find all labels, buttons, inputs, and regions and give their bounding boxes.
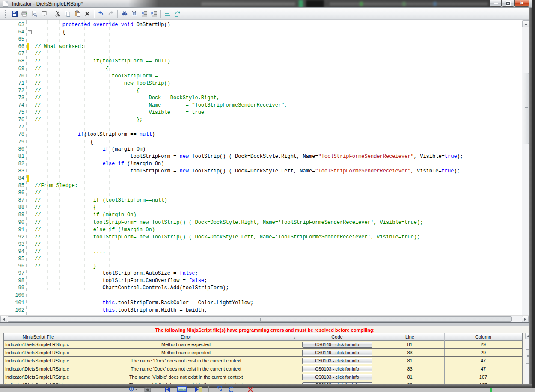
zoom-dropdown-icon[interactable] bbox=[128, 386, 138, 392]
error-row[interactable]: Indicator\DietsSimpleLRStrip.cMethod nam… bbox=[4, 341, 522, 349]
code-line[interactable]: 87// if (toolStripForm==null) bbox=[0, 197, 522, 204]
code-line[interactable]: 73// Dock = DockStyle.Right, bbox=[0, 95, 522, 102]
code-line[interactable]: 98 toolStripForm.CanOverflow = false; bbox=[0, 277, 522, 285]
refresh-back-icon[interactable] bbox=[215, 386, 222, 392]
code-line[interactable]: 81 toolStripForm = new ToolStrip() ( Doc… bbox=[0, 153, 522, 160]
error-row[interactable]: Indicator\DietsSimpleLRStrip.cMethod nam… bbox=[4, 349, 522, 357]
reload-icon[interactable] bbox=[228, 386, 235, 392]
code-line[interactable]: 90// toolStripForm= new ToolStrip() ( Do… bbox=[0, 219, 522, 226]
scroll-right-button[interactable] bbox=[522, 316, 529, 322]
column-header-error[interactable]: Error bbox=[73, 333, 299, 341]
error-code-button[interactable]: CS0103 - click for info bbox=[302, 358, 372, 364]
code-line[interactable]: 79 { bbox=[0, 139, 522, 146]
page-setup-button[interactable] bbox=[39, 9, 49, 18]
editor-vertical-scrollbar[interactable] bbox=[522, 20, 529, 322]
toolbar-grip[interactable] bbox=[5, 10, 6, 18]
find-button[interactable] bbox=[119, 9, 129, 18]
remove-icon[interactable] bbox=[247, 386, 254, 392]
copy-button[interactable] bbox=[62, 9, 72, 18]
indent-button[interactable] bbox=[149, 9, 159, 18]
code-line[interactable]: 84 bbox=[0, 175, 522, 182]
code-line[interactable]: 65 bbox=[0, 36, 522, 43]
panel-splitter[interactable] bbox=[0, 322, 529, 326]
column-header-code[interactable]: Code bbox=[299, 333, 375, 341]
outdent-button[interactable] bbox=[139, 9, 149, 18]
save-button[interactable] bbox=[9, 9, 19, 18]
code-line[interactable]: 86// bbox=[0, 190, 522, 197]
code-line[interactable]: 89// if (margin_On) bbox=[0, 211, 522, 219]
code-text: else if (!margin_On) bbox=[35, 160, 164, 168]
column-header-line[interactable]: Line bbox=[375, 333, 445, 341]
code-line[interactable]: 66// What worksed: bbox=[0, 43, 522, 50]
error-code-button[interactable]: CS0149 - click for info bbox=[302, 350, 372, 356]
code-line[interactable]: 95// bbox=[0, 255, 522, 263]
close-button[interactable]: ✕ bbox=[514, 0, 529, 7]
paste-button[interactable] bbox=[72, 9, 82, 18]
go-first-icon[interactable] bbox=[164, 386, 171, 392]
code-line[interactable]: 85//From Sledge: bbox=[0, 182, 522, 190]
fold-collapse-box[interactable]: − bbox=[28, 30, 32, 34]
code-line[interactable]: 69// { bbox=[0, 65, 522, 73]
code-line[interactable]: 83 toolStripForm = new ToolStrip() ( Doc… bbox=[0, 168, 522, 175]
minimize-button[interactable] bbox=[490, 0, 502, 7]
undo-button[interactable] bbox=[96, 9, 106, 18]
code-line[interactable]: 72// { bbox=[0, 87, 522, 95]
maximize-button[interactable] bbox=[502, 0, 514, 7]
code-line[interactable]: 77 bbox=[0, 124, 522, 131]
code-line[interactable]: 67// bbox=[0, 50, 522, 58]
code-line[interactable]: 97 toolStripForm.AutoSize = false; bbox=[0, 270, 522, 277]
print-preview-button[interactable] bbox=[29, 9, 39, 18]
code-text: toolStripForm = new ToolStrip() ( Dock=D… bbox=[35, 153, 463, 160]
code-line[interactable]: 93// bbox=[0, 241, 522, 248]
code-line[interactable]: 102 this.toolStripForm.Width = bwidth; bbox=[0, 307, 522, 314]
column-header-column[interactable]: Column bbox=[445, 333, 522, 341]
scroll-left-button[interactable] bbox=[0, 316, 7, 322]
code-line[interactable]: 100 bbox=[0, 292, 522, 299]
code-line[interactable]: 101 this.toolStripForm.BackColor = Color… bbox=[0, 300, 522, 307]
code-line[interactable]: 96// } bbox=[0, 263, 522, 270]
delete-button[interactable] bbox=[82, 9, 92, 18]
code-line[interactable]: 68// if(toolStripForm == null) bbox=[0, 58, 522, 65]
desktop-background-edge bbox=[532, 0, 535, 388]
vertical-scroll-thumb[interactable] bbox=[526, 349, 529, 364]
error-grid-scrollbar[interactable] bbox=[525, 333, 529, 384]
redo-button[interactable] bbox=[106, 9, 116, 18]
code-line[interactable]: 99 ChartControl.Controls.Add(toolStripFo… bbox=[0, 285, 522, 292]
column-header-ninjascript-file[interactable]: NinjaScript File bbox=[4, 333, 73, 341]
replace-button[interactable] bbox=[129, 9, 139, 18]
uncomment-selection-button[interactable] bbox=[172, 9, 182, 18]
code-line[interactable]: 80 if (margin_On) bbox=[0, 146, 522, 153]
editor-horizontal-scrollbar[interactable] bbox=[0, 315, 529, 322]
horizontal-scroll-thumb[interactable] bbox=[8, 316, 512, 322]
go-next-icon[interactable] bbox=[194, 386, 202, 392]
code-line[interactable]: 92// toolStripForm= new ToolStrip() ( Do… bbox=[0, 234, 522, 241]
scroll-up-button[interactable] bbox=[525, 333, 529, 339]
code-line[interactable]: 82 else if (!margin_On) bbox=[0, 160, 522, 168]
code-line[interactable]: 76// }; bbox=[0, 116, 522, 124]
error-row[interactable]: Indicator\DietsSimpleLRStrip.cThe name '… bbox=[4, 365, 522, 373]
camera-icon[interactable] bbox=[144, 386, 152, 392]
image-thumbnail-icon[interactable] bbox=[177, 386, 188, 392]
error-code-button[interactable]: CS0103 - click for info bbox=[302, 366, 372, 372]
code-editor[interactable]: 63 protected override void OnStartUp()64… bbox=[0, 20, 522, 315]
code-line[interactable]: 91// else if (!margin_On) bbox=[0, 226, 522, 234]
code-line[interactable]: 64− { bbox=[0, 29, 522, 36]
code-line[interactable]: 70// toolStripForm = bbox=[0, 73, 522, 80]
vertical-scroll-thumb[interactable] bbox=[523, 73, 529, 144]
cut-button[interactable] bbox=[53, 9, 62, 18]
code-line[interactable]: 88// { bbox=[0, 204, 522, 211]
code-line[interactable]: 94// .... bbox=[0, 248, 522, 255]
error-row[interactable]: Indicator\DietsSimpleLRStrip.cThe name '… bbox=[4, 357, 522, 365]
print-button[interactable] bbox=[19, 9, 29, 18]
code-line[interactable]: 71// new ToolStrip() bbox=[0, 80, 522, 87]
code-line[interactable]: 74// Name = "ToolStripFormeSenderReceive… bbox=[0, 102, 522, 109]
line-number: 86 bbox=[0, 190, 24, 197]
error-code-button[interactable]: CS0103 - click for info bbox=[302, 374, 372, 380]
code-line[interactable]: 63 protected override void OnStartUp() bbox=[0, 21, 522, 29]
comment-selection-button[interactable] bbox=[163, 9, 172, 18]
code-line[interactable]: 78 if(toolStripForm == null) bbox=[0, 131, 522, 138]
error-row[interactable]: Indicator\DietsSimpleLRStrip.cThe name '… bbox=[4, 373, 522, 381]
scroll-up-button[interactable] bbox=[522, 20, 529, 27]
code-line[interactable]: 75// Visible = true bbox=[0, 109, 522, 116]
error-code-button[interactable]: CS0149 - click for info bbox=[302, 342, 372, 348]
